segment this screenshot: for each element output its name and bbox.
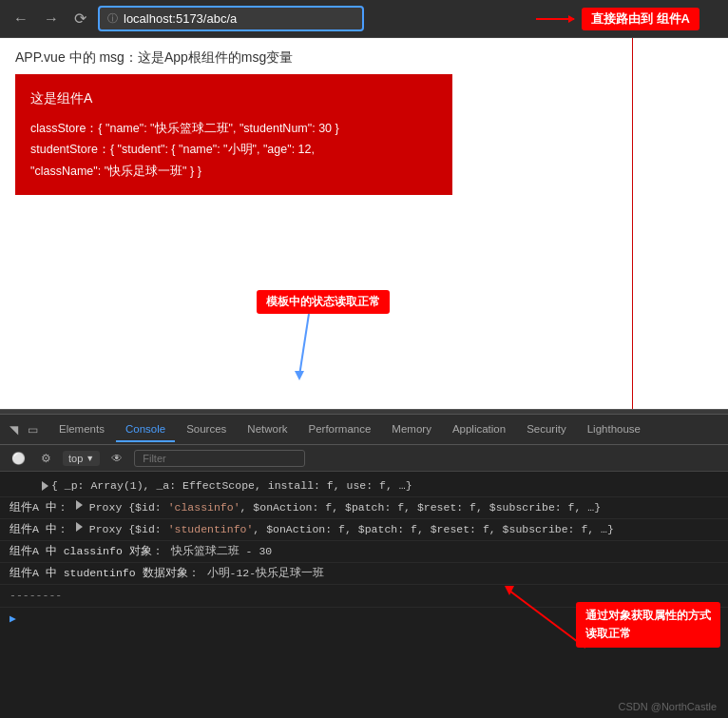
tab-elements[interactable]: Elements [49, 417, 114, 442]
app-msg: APP.vue 中的 msg：这是App根组件的msg变量 [15, 49, 713, 67]
browser-chrome: ← → ⟳ ⓘ 直接路由到 组件A [0, 0, 728, 38]
console-content: -------- [10, 588, 62, 603]
devtools-toolbar: ⚪ ⚙ top ▼ 👁 [0, 445, 728, 472]
console-label: 组件A 中： [10, 500, 68, 515]
watermark: CSDN @NorthCastle [619, 701, 717, 712]
console-label: 组件A 中 studentinfo 数据对象： [10, 566, 200, 581]
component-a-title: 这是组件A [30, 87, 437, 110]
devtools-panel: ◥ ▭ Elements Console Sources Network Per… [0, 415, 728, 714]
console-line: 组件A 中： Proxy {$id: 'classinfo', $onActio… [0, 497, 728, 519]
refresh-button[interactable]: ⟳ [70, 8, 90, 29]
console-line: 组件A 中 studentinfo 数据对象： 小明-12-快乐足球一班 [0, 563, 728, 585]
expand-icon[interactable] [76, 500, 83, 510]
clear-console-btn[interactable]: ⚪ [8, 450, 29, 467]
chevron-down-icon: ▼ [86, 454, 94, 463]
console-line: 组件A 中 classinfo 对象： 快乐篮球二班 - 30 [0, 541, 728, 563]
component-a-data3: "className": "快乐足球一班" } } [30, 161, 437, 183]
devtools-console: { _p: Array(1), _a: EffectScope, install… [0, 472, 728, 714]
forward-button[interactable]: → [40, 9, 63, 29]
expand-icon[interactable] [42, 481, 48, 491]
browser-content: APP.vue 中的 msg：这是App根组件的msg变量 这是组件A clas… [0, 38, 728, 409]
console-line: { _p: Array(1), _a: EffectScope, install… [0, 475, 728, 497]
svg-marker-1 [295, 371, 304, 380]
devtools-inspect-btn[interactable]: ◥ [6, 421, 22, 438]
settings-btn[interactable]: ⚙ [37, 450, 55, 467]
console-content: { _p: Array(1), _a: EffectScope, install… [42, 478, 412, 494]
console-content: Proxy {$id: 'classinfo', $onAction: f, $… [89, 500, 601, 515]
lock-icon: ⓘ [107, 11, 118, 26]
tab-network[interactable]: Network [238, 417, 297, 442]
top-context-select[interactable]: top ▼ [63, 451, 100, 466]
tab-lighthouse[interactable]: Lighthouse [578, 417, 650, 442]
url-annotation: 直接路由到 组件A [536, 8, 699, 30]
component-a-data2: studentStore：{ "student": { "name": "小明"… [30, 139, 437, 161]
console-content: Proxy {$id: 'studentinfo', $onAction: f,… [89, 522, 614, 537]
console-label: 组件A 中 classinfo 对象： [10, 544, 163, 559]
console-content: 快乐篮球二班 - 30 [171, 544, 273, 559]
console-content: 小明-12-快乐足球一班 [207, 566, 325, 581]
obj-annotation: 通过对象获取属性的方式读取正常 [576, 602, 720, 648]
tab-security[interactable]: Security [517, 417, 576, 442]
filter-input[interactable] [134, 450, 305, 467]
tab-memory[interactable]: Memory [382, 417, 441, 442]
address-input[interactable] [124, 11, 354, 26]
tab-performance[interactable]: Performance [299, 417, 381, 442]
back-button[interactable]: ← [10, 9, 32, 29]
component-a-data1: classStore：{ "name": "快乐篮球二班", "studentN… [30, 118, 437, 140]
devtools-device-btn[interactable]: ▭ [24, 421, 42, 438]
console-line: 组件A 中： Proxy {$id: 'studentinfo', $onAct… [0, 519, 728, 541]
template-annotation: 模板中的状态读取正常 [257, 290, 390, 380]
obj-annotation-label: 通过对象获取属性的方式读取正常 [576, 602, 720, 648]
tab-application[interactable]: Application [443, 417, 515, 442]
expand-icon[interactable] [76, 522, 83, 532]
url-annotation-label: 直接路由到 组件A [582, 8, 699, 30]
tab-sources[interactable]: Sources [177, 417, 236, 442]
tab-console[interactable]: Console [116, 417, 175, 442]
content-divider [632, 38, 633, 409]
svg-line-0 [299, 314, 309, 376]
component-a-box: 这是组件A classStore：{ "name": "快乐篮球二班", "st… [15, 74, 452, 195]
address-bar[interactable]: ⓘ [98, 6, 364, 31]
top-label: top [68, 453, 83, 464]
template-annotation-label: 模板中的状态读取正常 [257, 290, 390, 314]
devtools-tabs: ◥ ▭ Elements Console Sources Network Per… [0, 415, 728, 445]
eye-icon[interactable]: 👁 [107, 450, 126, 467]
console-label: 组件A 中： [10, 522, 68, 537]
